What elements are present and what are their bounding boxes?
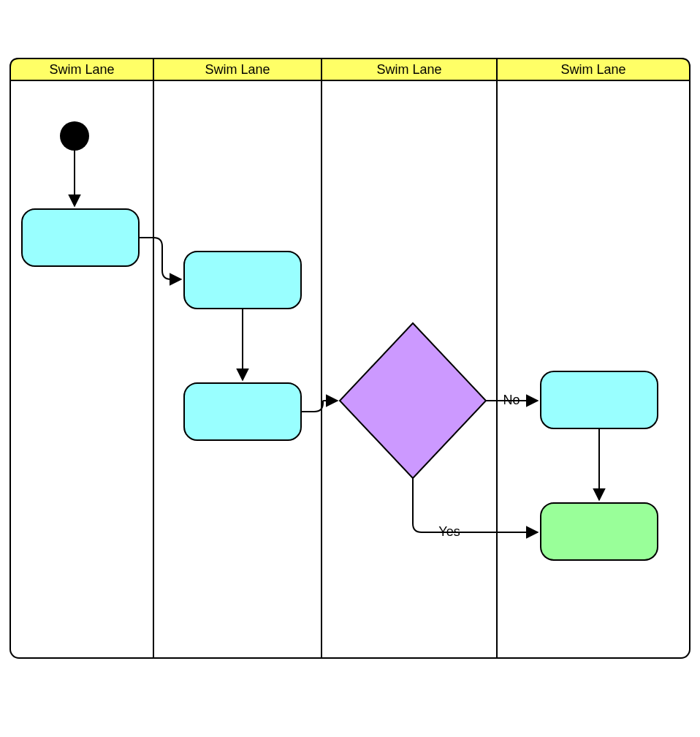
activity-3[interactable]: [184, 383, 301, 440]
edge-label-no: No: [503, 393, 520, 407]
pool: Swim Lane Swim Lane Swim Lane Swim Lane: [10, 58, 690, 658]
terminal-node[interactable]: [541, 503, 658, 560]
pool-border: [10, 58, 690, 658]
activity-1[interactable]: [22, 209, 139, 266]
activity-2[interactable]: [184, 252, 301, 309]
swimlane-diagram: Swim Lane Swim Lane Swim Lane Swim Lane …: [0, 0, 700, 737]
start-node[interactable]: [60, 121, 89, 151]
edge-label-yes: Yes: [438, 524, 460, 539]
lane-2-label: Swim Lane: [205, 62, 270, 77]
activity-4[interactable]: [541, 371, 658, 428]
lane-4-label: Swim Lane: [560, 62, 625, 77]
lane-3-label: Swim Lane: [376, 62, 441, 77]
lane-1-label: Swim Lane: [49, 62, 114, 77]
